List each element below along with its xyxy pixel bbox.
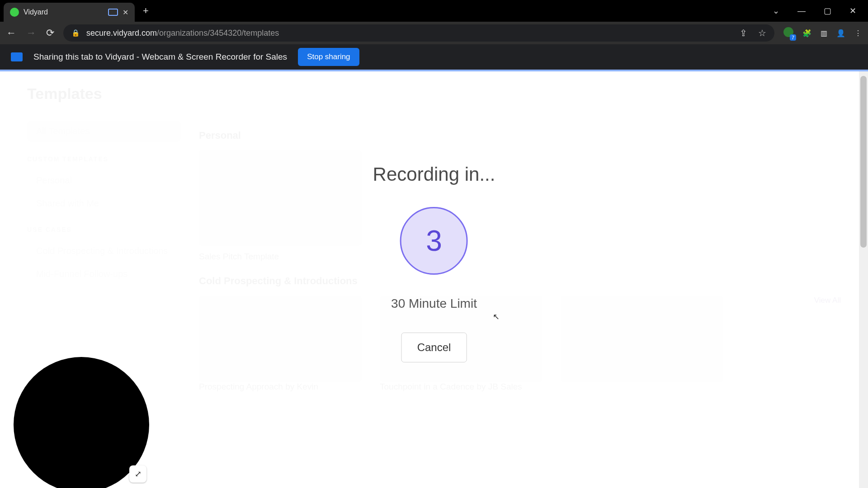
maximize-icon[interactable]: ▢ [824, 6, 831, 16]
share-message: Sharing this tab to Vidyard - Webcam & S… [33, 52, 287, 62]
profile-avatar-icon[interactable]: 👤 [836, 29, 845, 38]
countdown-title: Recording in... [373, 164, 495, 185]
address-bar[interactable]: 🔒 secure.vidyard.com/organizations/34543… [63, 24, 774, 42]
reload-icon[interactable]: ⟳ [46, 27, 54, 39]
url-path: /organizations/3454320/templates [157, 28, 279, 38]
tab-title: Vidyard [24, 8, 104, 16]
browser-tab[interactable]: Vidyard ✕ [4, 3, 135, 22]
cancel-button[interactable]: Cancel [401, 333, 467, 362]
browser-toolbar: ← → ⟳ 🔒 secure.vidyard.com/organizations… [0, 22, 868, 44]
close-window-icon[interactable]: ✕ [849, 6, 856, 16]
tab-sharing-indicator-icon [108, 9, 118, 16]
new-tab-button[interactable]: + [135, 5, 157, 17]
back-icon[interactable]: ← [6, 27, 16, 39]
stop-sharing-button[interactable]: Stop sharing [298, 48, 359, 66]
lock-icon[interactable]: 🔒 [71, 29, 80, 37]
countdown-number: 3 [426, 224, 442, 258]
share-page-icon[interactable]: ⇪ [740, 28, 747, 38]
forward-icon: → [26, 27, 36, 39]
scrollbar-thumb[interactable] [860, 76, 867, 248]
vertical-scrollbar[interactable] [859, 71, 868, 488]
close-tab-icon[interactable]: ✕ [123, 8, 128, 17]
countdown-circle: 3 [400, 207, 468, 275]
kebab-menu-icon[interactable]: ⋮ [854, 29, 862, 38]
extension-badge-count: 7 [790, 34, 796, 41]
share-indicator-icon [11, 52, 23, 61]
screen-share-bar: Sharing this tab to Vidyard - Webcam & S… [0, 44, 868, 70]
vidyard-favicon-icon [10, 8, 19, 17]
minimize-icon[interactable]: ― [797, 6, 806, 16]
recording-countdown: Recording in... 3 30 Minute Limit Cancel [373, 164, 495, 362]
webcam-bubble[interactable]: ⤢ [14, 357, 149, 488]
url-host: secure.vidyard.com [86, 28, 157, 38]
bookmark-icon[interactable]: ☆ [758, 28, 766, 38]
url-text: secure.vidyard.com/organizations/3454320… [86, 28, 733, 38]
expand-webcam-icon[interactable]: ⤢ [129, 465, 146, 483]
page-viewport: Templates All Templates CUSTOM TEMPLATES… [0, 70, 868, 488]
tab-search-icon[interactable]: ⌄ [773, 6, 779, 16]
window-controls: ⌄ ― ▢ ✕ [773, 0, 868, 22]
recording-limit-text: 30 Minute Limit [391, 296, 477, 311]
side-panel-icon[interactable]: ▥ [821, 29, 827, 38]
window-titlebar: Vidyard ✕ + ⌄ ― ▢ ✕ [0, 0, 868, 22]
extension-badge-icon[interactable]: 7 [783, 27, 793, 39]
extensions-icon[interactable]: 🧩 [802, 29, 811, 38]
